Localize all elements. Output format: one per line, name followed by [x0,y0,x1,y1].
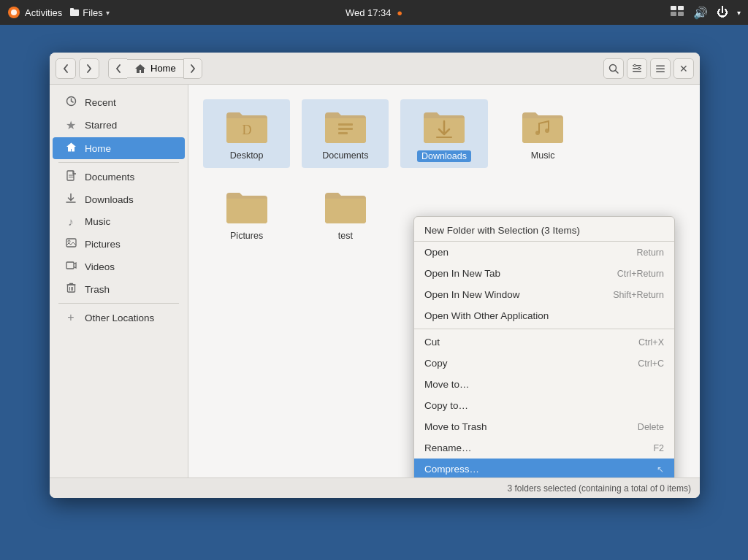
folder-name-pictures: Pictures [230,231,263,241]
search-button[interactable] [603,58,624,79]
activities-label: Activities [25,7,62,18]
sidebar-item-recent[interactable]: Recent [53,91,185,113]
sidebar-item-other-locations[interactable]: + Other Locations [53,307,185,329]
pictures-icon [64,237,77,250]
window-header: Home [50,53,700,85]
nav-back-button[interactable] [56,58,76,79]
svg-rect-2 [70,9,79,16]
downloads-label: Downloads [85,194,134,205]
status-text: 3 folders selected (containing a total o… [508,483,691,494]
svg-rect-36 [338,132,348,134]
menu-item-rename[interactable]: Rename… F2 [414,437,674,459]
folder-icon-music [519,105,566,146]
svg-point-40 [545,129,549,133]
recent-icon [64,96,77,109]
folder-icon-documents [322,105,369,146]
menu-item-move-trash[interactable]: Move to Trash Delete [414,416,674,437]
power-chevron[interactable]: ▾ [737,9,741,17]
move-trash-shortcut: Delete [638,422,664,432]
sidebar-item-videos[interactable]: Videos [53,256,185,277]
trash-label: Trash [85,284,110,295]
open-new-window-label: Open In New Window [424,289,520,300]
power-icon[interactable]: ⏻ [717,6,728,19]
view-options-button[interactable] [627,58,647,79]
topbar-right: 🔊 ⏻ ▾ [670,5,741,20]
documents-icon [64,170,77,183]
menu-item-copy-to[interactable]: Copy to… [414,395,674,416]
svg-rect-16 [656,68,665,69]
downloads-icon [64,193,77,206]
network-icon[interactable] [670,5,684,20]
svg-point-1 [11,9,17,15]
open-with-label: Open With Other Application [424,310,549,321]
menu-item-move-to[interactable]: Move to… [414,374,674,395]
menu-item-open-with[interactable]: Open With Other Application [414,305,674,326]
menu-item-open[interactable]: Open Return [414,242,674,263]
svg-rect-12 [633,71,641,72]
folder-item-test[interactable]: test [302,180,389,247]
other-locations-label: Other Locations [85,312,154,323]
breadcrumb-bar: Home [108,58,595,79]
menu-item-cut[interactable]: Cut Ctrl+X [414,331,674,353]
menu-new-folder-selection[interactable]: New Folder with Selection (3 Items) [414,220,674,242]
svg-rect-35 [338,128,353,130]
nav-forward-button[interactable] [79,58,99,79]
folder-name-documents: Documents [322,150,368,161]
folder-item-pictures[interactable]: Pictures [203,180,290,247]
svg-point-25 [68,240,70,242]
copy-label: Copy [424,358,448,369]
open-shortcut: Return [636,248,664,258]
volume-icon[interactable]: 🔊 [693,6,708,20]
rename-label: Rename… [424,442,472,453]
window-actions: ✕ [603,58,694,79]
files-button[interactable]: Files ▾ [69,7,109,18]
folder-item-music[interactable]: Music [500,99,587,168]
svg-rect-26 [66,262,74,269]
close-button[interactable]: ✕ [673,58,694,79]
folder-item-downloads[interactable]: Downloads [400,99,487,168]
sidebar-item-starred[interactable]: ★ Starred [53,114,185,137]
folder-name-music: Music [531,150,555,161]
move-trash-label: Move to Trash [424,421,487,432]
main-content: D Desktop Documents [188,85,700,477]
folder-name-downloads: Downloads [417,150,471,162]
sidebar-item-home[interactable]: Home [53,137,185,159]
menu-item-open-new-window[interactable]: Open In New Window Shift+Return [414,284,674,305]
svg-point-39 [535,131,540,135]
files-icon [69,7,80,18]
sidebar-item-documents[interactable]: Documents [53,166,185,188]
other-locations-icon: + [64,311,77,324]
breadcrumb-home[interactable]: Home [127,59,183,78]
sidebar-item-trash[interactable]: Trash [53,278,185,300]
sidebar: Recent ★ Starred Home [50,85,188,477]
folder-item-documents[interactable]: Documents [302,99,389,168]
sidebar-divider-2 [58,303,179,304]
menu-item-open-new-tab[interactable]: Open In New Tab Ctrl+Return [414,263,674,284]
sidebar-item-downloads[interactable]: Downloads [53,188,185,210]
breadcrumb-back-arrow[interactable] [108,58,127,79]
open-label: Open [424,247,449,258]
open-new-tab-shortcut: Ctrl+Return [617,269,664,279]
activities-button[interactable]: Activities [7,6,62,19]
svg-rect-34 [338,123,353,126]
sidebar-item-music[interactable]: ♪ Music [53,211,185,232]
home-sidebar-label: Home [85,143,111,154]
recent-label: Recent [85,97,116,108]
sidebar-item-pictures[interactable]: Pictures [53,233,185,255]
starred-label: Starred [85,120,117,131]
open-new-tab-label: Open In New Tab [424,268,500,279]
menu-item-copy[interactable]: Copy Ctrl+C [414,353,674,374]
breadcrumb-label: Home [150,63,176,74]
folder-item-desktop[interactable]: D Desktop [203,99,290,168]
cursor-indicator: ↖ [657,464,664,475]
files-chevron: ▾ [106,9,110,17]
videos-icon [64,260,77,273]
topbar-left: Activities Files ▾ [7,6,110,19]
menu-item-compress[interactable]: Compress… ↖ [414,459,674,477]
breadcrumb-forward-arrow[interactable] [183,58,202,79]
files-label: Files [83,7,102,18]
close-icon: ✕ [679,63,688,74]
menu-button[interactable] [650,58,671,79]
svg-point-14 [638,67,641,69]
trash-icon [64,283,77,296]
